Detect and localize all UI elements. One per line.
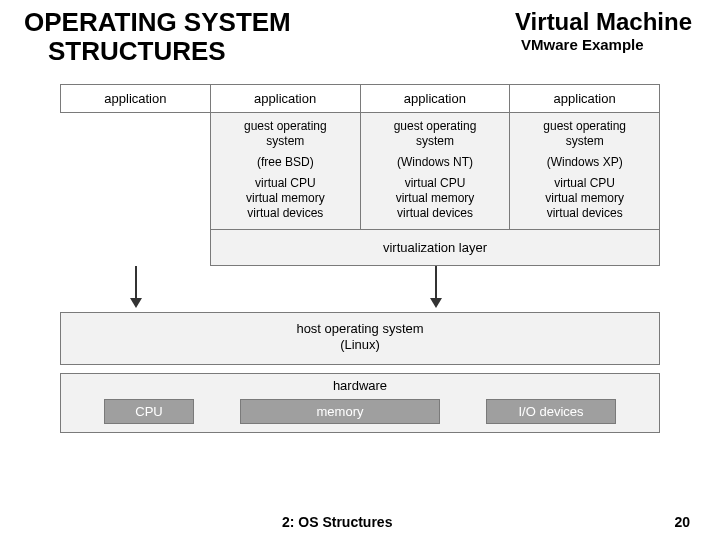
- hardware-item: I/O devices: [486, 399, 616, 424]
- app-cell: application: [510, 84, 660, 113]
- hardware-items-row: CPU memory I/O devices: [61, 393, 659, 432]
- app-cell: application: [361, 84, 511, 113]
- slide-title-left: OPERATING SYSTEM STRUCTURES: [24, 8, 291, 65]
- title-line2: STRUCTURES: [24, 37, 291, 66]
- guest-column: guest operatingsystem (Windows NT) virtu…: [360, 113, 510, 229]
- guest-os-name: (Windows NT): [365, 155, 506, 170]
- guest-column: guest operatingsystem (free BSD) virtual…: [211, 113, 360, 229]
- arrows-row: [60, 266, 660, 312]
- guest-os-label: guest operatingsystem: [514, 119, 655, 149]
- hardware-item: memory: [240, 399, 440, 424]
- hardware-item: CPU: [104, 399, 194, 424]
- virtualization-layer: virtualization layer: [210, 230, 660, 266]
- host-os-box: host operating system (Linux): [60, 312, 660, 365]
- app-cell: application: [60, 84, 211, 113]
- subtitle-line2: VMware Example: [515, 36, 692, 53]
- hardware-label: hardware: [61, 378, 659, 393]
- guest-column: guest operatingsystem (Windows XP) virtu…: [509, 113, 659, 229]
- page-number: 20: [674, 514, 690, 530]
- slide-header: OPERATING SYSTEM STRUCTURES Virtual Mach…: [0, 0, 720, 69]
- host-os-line1: host operating system: [61, 321, 659, 337]
- guest-os-row: guest operatingsystem (free BSD) virtual…: [210, 113, 660, 230]
- slide-title-right: Virtual Machine VMware Example: [515, 8, 692, 65]
- guest-resources: virtual CPUvirtual memoryvirtual devices: [365, 176, 506, 221]
- host-os-line2: (Linux): [61, 337, 659, 353]
- vm-architecture-diagram: application application application appl…: [60, 84, 660, 433]
- guest-os-label: guest operatingsystem: [215, 119, 356, 149]
- guest-resources: virtual CPUvirtual memoryvirtual devices: [514, 176, 655, 221]
- guest-os-name: (Windows XP): [514, 155, 655, 170]
- footer-title: 2: OS Structures: [0, 514, 674, 530]
- subtitle-line1: Virtual Machine: [515, 8, 692, 36]
- guest-resources: virtual CPUvirtual memoryvirtual devices: [215, 176, 356, 221]
- application-row: application application application appl…: [60, 84, 660, 113]
- guest-os-label: guest operatingsystem: [365, 119, 506, 149]
- app-cell: application: [211, 84, 361, 113]
- title-line1: OPERATING SYSTEM: [24, 8, 291, 37]
- slide-footer: 2: OS Structures 20: [0, 514, 720, 530]
- guest-os-name: (free BSD): [215, 155, 356, 170]
- hardware-box: hardware CPU memory I/O devices: [60, 373, 660, 433]
